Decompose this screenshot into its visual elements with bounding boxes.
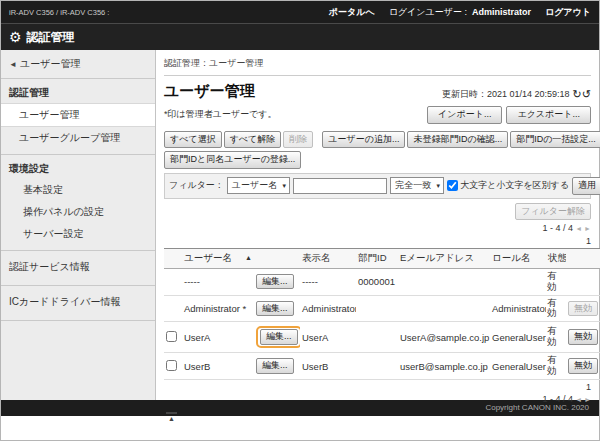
sidebar-back-label: ユーザー管理: [20, 58, 80, 69]
row-select-checkbox[interactable]: [166, 360, 177, 371]
role-cell: [490, 268, 546, 295]
header-user-name[interactable]: ユーザー名▲: [182, 248, 254, 268]
page-prev-icon[interactable]: ◄: [575, 225, 582, 232]
back-arrow-icon: ◄: [9, 60, 17, 69]
row-checkbox-cell: [164, 268, 182, 295]
edit-button[interactable]: 編集...: [256, 301, 294, 317]
gear-icon: ⚙: [9, 30, 22, 44]
action-cell: 無効: [566, 295, 600, 322]
export-button[interactable]: エクスポート...: [506, 106, 591, 124]
dept-id-cell: [356, 353, 398, 380]
filter-match-select[interactable]: 完全一致 ▼: [390, 177, 444, 194]
header-checkbox-col: [164, 248, 182, 268]
sidebar-item-basic-settings[interactable]: 基本設定: [1, 179, 155, 201]
role-cell: GeneralUser: [490, 353, 546, 380]
table-row: Administrator * 編集... Administrator Admi…: [164, 295, 600, 322]
highlight-annotation: 編集...: [256, 326, 300, 348]
role-cell: Administrator: [490, 295, 546, 322]
logout-link[interactable]: ログアウト: [545, 6, 591, 19]
display-name-cell: UserB: [300, 353, 356, 380]
filter-field-select[interactable]: ユーザー名 ▼: [227, 177, 290, 194]
case-sensitive-checkbox[interactable]: [447, 180, 458, 191]
table-row: UserB 編集... UserB userB@sample.co.jp Gen…: [164, 353, 600, 380]
import-button[interactable]: インポート...: [427, 106, 502, 124]
sidebar-item-user-group-management[interactable]: ユーザーグループ管理: [1, 127, 155, 149]
updated-timestamp: 更新日時：2021 01/14 20:59:18: [442, 88, 570, 101]
disable-button[interactable]: 無効: [568, 329, 598, 345]
edit-button[interactable]: 編集...: [256, 274, 294, 290]
table-header-row: ユーザー名▲ 表示名 部門ID Eメールアドレス ロール名 状態: [164, 248, 600, 268]
edit-cell: 編集...: [254, 353, 300, 380]
sidebar-section-environment: 環境設定: [1, 158, 155, 179]
sidebar-item-user-management[interactable]: ユーザー管理: [1, 103, 155, 127]
sidebar-item-server-settings[interactable]: サーバー設定: [1, 223, 155, 245]
pagination-range: 1 - 4 / 4: [543, 223, 574, 233]
login-user-label: ログインユーザー :: [389, 7, 467, 17]
filter-input[interactable]: [293, 178, 387, 194]
email-cell: [398, 268, 490, 295]
header-dept-id: 部門ID: [356, 248, 398, 268]
pagination-range: 1 - 4 / 4: [543, 394, 574, 404]
main-content: 認証管理：ユーザー管理 ユーザー管理 更新日時：2021 01/14 20:59…: [156, 50, 599, 400]
admin-note: *印は管理者ユーザーです。: [164, 108, 277, 121]
dept-id-cell: [356, 322, 398, 353]
disable-button[interactable]: 無効: [568, 358, 598, 374]
user-name-cell: UserB: [182, 353, 254, 380]
edit-cell: 編集...: [254, 268, 300, 295]
chevron-down-icon: ▼: [435, 183, 441, 189]
batch-dept-id-button[interactable]: 部門IDの一括設定...: [510, 131, 600, 149]
sidebar: ◄ユーザー管理 認証管理 ユーザー管理 ユーザーグループ管理 環境設定 基本設定…: [1, 50, 156, 400]
check-unregistered-dept-id-button[interactable]: 未登録部門IDの確認...: [407, 131, 508, 149]
edit-button[interactable]: 編集...: [260, 329, 298, 345]
filter-label: フィルター：: [169, 179, 224, 192]
email-cell: UserA@sample.co.jp: [398, 322, 490, 353]
select-all-button[interactable]: すべて選択: [164, 131, 222, 149]
sidebar-back-link[interactable]: ◄ユーザー管理: [1, 50, 155, 79]
chevron-down-icon: ▼: [281, 183, 287, 189]
disable-button: 無効: [568, 301, 598, 317]
page-next-icon[interactable]: ►: [584, 225, 591, 232]
header-action-col: [566, 248, 600, 268]
email-cell: [398, 295, 490, 322]
role-cell: GeneralUser: [490, 322, 546, 353]
deselect-all-button[interactable]: すべて解除: [224, 131, 282, 149]
register-same-name-user-button[interactable]: 部門IDと同名ユーザーの登録...: [164, 151, 301, 169]
case-sensitive-option[interactable]: 大文字と小文字を区別する: [447, 179, 569, 192]
app-title: 認証管理: [27, 29, 75, 46]
remote-ui-page: iR-ADV C356 / iR-ADV C356 : ポータルへ ログインユー…: [0, 0, 600, 441]
portal-link[interactable]: ポータルへ: [329, 6, 375, 19]
user-name-cell: -----: [182, 268, 254, 295]
pagination-current-page: 1: [586, 236, 591, 246]
sidebar-item-ic-card-driver-info[interactable]: ICカードドライバー情報: [1, 289, 155, 315]
edit-button[interactable]: 編集...: [256, 358, 294, 374]
edit-cell: 編集...: [254, 295, 300, 322]
row-select-checkbox[interactable]: [166, 331, 177, 342]
user-name-cell: UserA: [182, 322, 254, 353]
display-name-cell: UserA: [300, 322, 356, 353]
sidebar-item-control-panel-settings[interactable]: 操作パネルの設定: [1, 201, 155, 223]
clear-filter-button: フィルター解除: [515, 203, 591, 221]
status-cell: 有効: [546, 295, 566, 322]
case-sensitive-label: 大文字と小文字を区別する: [460, 179, 569, 192]
refresh-icon[interactable]: ↻↺: [573, 89, 591, 100]
edit-cell: 編集...: [254, 322, 300, 353]
app-header: ⚙ 認証管理: [1, 24, 599, 50]
pagination-top: 1 - 4 / 4◄► 1: [164, 222, 591, 246]
top-device-bar: iR-ADV C356 / iR-ADV C356 : ポータルへ ログインユー…: [1, 1, 599, 24]
table-row: ----- 編集... ----- 0000001 有効: [164, 268, 600, 295]
user-name-cell: Administrator *: [182, 295, 254, 322]
action-cell: [566, 268, 600, 295]
sidebar-item-auth-service-info[interactable]: 認証サービス情報: [1, 254, 155, 280]
login-user: ログインユーザー : Administrator: [389, 6, 531, 19]
page-next-icon[interactable]: ►: [584, 396, 591, 403]
status-cell: 有効: [546, 353, 566, 380]
add-user-button[interactable]: ユーザーの追加...: [322, 131, 405, 149]
user-table: ユーザー名▲ 表示名 部門ID Eメールアドレス ロール名 状態 -----: [164, 248, 600, 380]
status-cell: 有効: [546, 268, 566, 295]
email-cell: userB@sample.co.jp: [398, 353, 490, 380]
delete-button: 削除: [283, 131, 313, 149]
filter-bar: フィルター： ユーザー名 ▼ 完全一致 ▼ 大文字と小文字を区別する 適用: [164, 173, 591, 199]
apply-filter-button[interactable]: 適用: [572, 177, 600, 195]
page-prev-icon[interactable]: ◄: [575, 396, 582, 403]
back-to-top-icon[interactable]: ▲: [166, 412, 177, 422]
